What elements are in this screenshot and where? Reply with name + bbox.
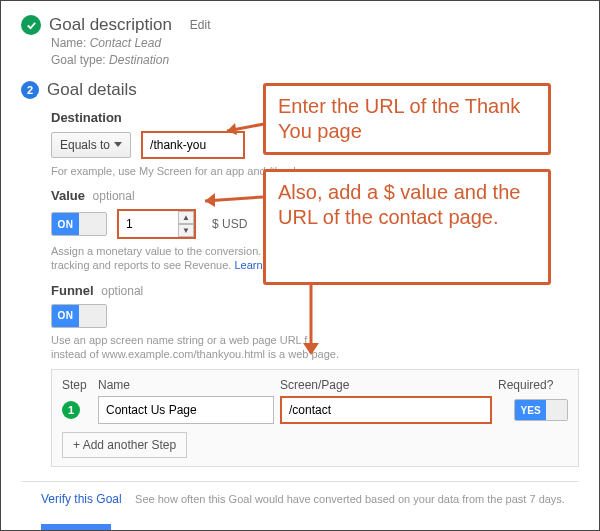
destination-url-input[interactable] <box>141 131 245 159</box>
funnel-help-b: instead of www.example.com/thankyou.html… <box>51 348 339 360</box>
match-type-text: Equals to <box>60 138 110 152</box>
value-toggle-off <box>79 213 106 235</box>
funnel-help-a: Use an app screen name string or a web p… <box>51 334 307 346</box>
funnel-toggle-on: ON <box>52 305 79 327</box>
col-page: Screen/Page <box>280 378 492 392</box>
value-spinner[interactable]: ▲ ▼ <box>178 211 194 237</box>
goal-setup-panel: Goal description Edit Name: Contact Lead… <box>0 0 600 531</box>
funnel-step-name-input[interactable] <box>98 396 274 424</box>
check-icon <box>21 15 41 35</box>
step2-title: Goal details <box>47 80 137 100</box>
funnel-section: Funnel optional ON Use an app screen nam… <box>51 283 579 468</box>
value-help-a: Assign a monetary value to the conversio… <box>51 245 261 257</box>
col-required: Required? <box>498 378 568 392</box>
action-row: Save Cancel <box>41 524 579 531</box>
table-row: 1 YES <box>62 396 568 424</box>
step2-number-icon: 2 <box>21 81 39 99</box>
name-value: Contact Lead <box>90 36 161 50</box>
annotation-callout-1: Enter the URL of the Thank You page <box>263 83 551 155</box>
save-button[interactable]: Save <box>41 524 111 531</box>
value-optional: optional <box>93 189 135 203</box>
col-name: Name <box>98 378 274 392</box>
funnel-help: Use an app screen name string or a web p… <box>51 333 579 362</box>
step1-header: Goal description Edit <box>21 15 579 35</box>
funnel-optional: optional <box>101 284 143 298</box>
value-toggle[interactable]: ON <box>51 212 107 236</box>
funnel-label-text: Funnel <box>51 283 94 298</box>
type-value: Destination <box>109 53 169 67</box>
funnel-toggle[interactable]: ON <box>51 304 107 328</box>
annotation-callout-2: Also, add a $ value and the URL of the c… <box>263 169 551 285</box>
funnel-step-page-input[interactable] <box>280 396 492 424</box>
verify-note: See how often this Goal would have conve… <box>135 493 565 505</box>
step-number-icon: 1 <box>62 401 80 419</box>
step1-meta: Name: Contact Lead Goal type: Destinatio… <box>51 35 579 70</box>
step1-title: Goal description <box>49 15 172 35</box>
verify-row: Verify this Goal See how often this Goal… <box>41 492 579 506</box>
funnel-table-head: Step Name Screen/Page Required? <box>62 378 568 392</box>
value-label-text: Value <box>51 188 85 203</box>
verify-link[interactable]: Verify this Goal <box>41 492 122 506</box>
required-yes: YES <box>515 400 546 420</box>
destination-match-select[interactable]: Equals to <box>51 132 131 158</box>
stepper-up-icon[interactable]: ▲ <box>178 211 194 224</box>
value-amount-input[interactable] <box>119 212 179 236</box>
col-step: Step <box>62 378 92 392</box>
chevron-down-icon <box>114 142 122 147</box>
funnel-toggle-off <box>79 305 106 327</box>
stepper-down-icon[interactable]: ▼ <box>178 224 194 237</box>
required-no <box>546 400 567 420</box>
edit-link[interactable]: Edit <box>190 18 211 32</box>
separator <box>21 481 579 482</box>
funnel-table: Step Name Screen/Page Required? 1 YES <box>51 369 579 467</box>
required-toggle[interactable]: YES <box>514 399 568 421</box>
value-toggle-on: ON <box>52 213 79 235</box>
name-label: Name: <box>51 36 86 50</box>
value-help-b: tracking and reports to see Revenue. <box>51 259 231 271</box>
type-label: Goal type: <box>51 53 106 67</box>
add-step-button[interactable]: + Add another Step <box>62 432 187 458</box>
value-currency: $ USD <box>212 217 247 231</box>
